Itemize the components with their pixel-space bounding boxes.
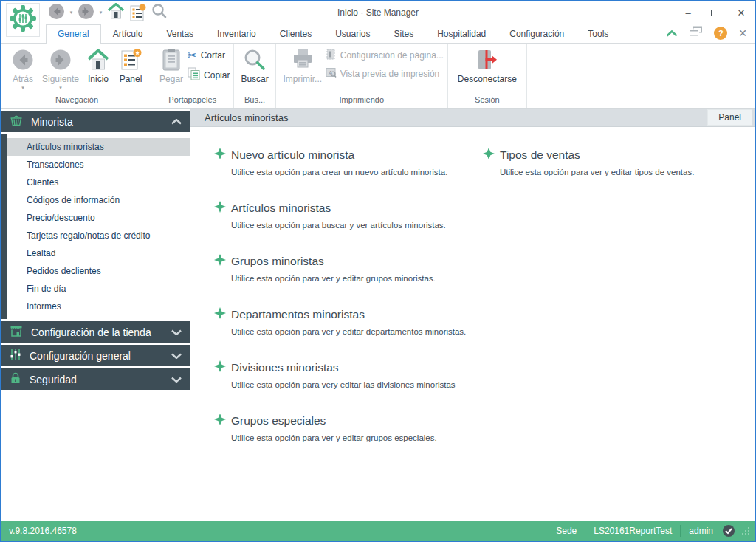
panel-list-icon: [130, 4, 146, 21]
sidebar-item-pedidos-de-clientes[interactable]: Pedidos declientes: [7, 262, 190, 280]
chevron-down-icon[interactable]: [171, 353, 182, 359]
close-button[interactable]: ✕: [728, 1, 755, 24]
content-item-link[interactable]: Grupos minoristas: [214, 254, 483, 269]
sidebar-item-fin-de-dia[interactable]: Fin de día: [7, 280, 190, 298]
magnifier-icon: [243, 47, 267, 73]
content-item-link[interactable]: Artículos minoristas: [214, 201, 483, 216]
tab-sites[interactable]: Sites: [382, 24, 426, 44]
cut-button[interactable]: ✂ Cortar: [188, 49, 230, 62]
status-sede: Sede: [556, 526, 577, 536]
search-button[interactable]: Buscar: [238, 44, 271, 84]
tab-tools[interactable]: Tools: [576, 24, 620, 44]
status-database: LS20161ReportTest: [594, 526, 672, 536]
home-icon: [86, 47, 110, 73]
panel-header: Artículos minoristas Panel: [190, 109, 755, 127]
sidebar-item-articulos-minoristas[interactable]: Artículos minoristas: [7, 138, 190, 156]
print-button[interactable]: Imprimir...: [280, 44, 326, 84]
ribbon-group-imprimiendo: Imprimir... Configuración de página...: [276, 44, 448, 108]
tab-configuracion[interactable]: Configuración: [498, 24, 576, 44]
forward-button[interactable]: [75, 3, 97, 22]
sidebar-section-label: Seguridad: [30, 374, 77, 385]
sidebar-item-precio-descuento[interactable]: Precio/descuento: [7, 209, 190, 227]
back-dropdown-caret[interactable]: ▾: [68, 10, 75, 16]
copy-button[interactable]: Copiar: [188, 67, 230, 83]
panel-quick-button[interactable]: [128, 3, 148, 22]
home-ribbon-button[interactable]: Inicio: [82, 44, 114, 84]
content-item-nuevo-articulo: Nuevo artículo minorista Utilice esta op…: [214, 148, 483, 176]
sidebar-section-label: Minorista: [31, 116, 73, 128]
help-icon[interactable]: ?: [714, 27, 727, 40]
back-dropdown-caret: ▾: [21, 84, 24, 91]
sidebar-item-transacciones[interactable]: Transacciones: [7, 156, 190, 174]
chevron-down-icon[interactable]: [171, 329, 182, 335]
chevron-down-icon[interactable]: [171, 377, 182, 383]
forward-dropdown-caret: ▾: [59, 84, 62, 91]
home-button[interactable]: [105, 3, 127, 22]
group-label-portapapeles: Portapapeles: [155, 95, 230, 108]
app-window: ▾ ▾: [0, 0, 756, 542]
app-logo[interactable]: [6, 3, 40, 37]
quick-access-toolbar: ▾ ▾: [46, 3, 170, 22]
panel-view-button[interactable]: Panel: [707, 109, 752, 126]
content-item-departamentos-minoristas: Departamentos minoristas Utilice esta op…: [214, 307, 483, 336]
minimize-button[interactable]: –: [675, 1, 701, 24]
forward-dropdown-caret[interactable]: ▾: [97, 10, 104, 16]
content-item-divisiones-minoristas: Divisiones minoristas Utilice esta opció…: [214, 360, 483, 389]
maximize-icon: [711, 10, 718, 16]
sidebar-item-informes[interactable]: Informes: [7, 298, 190, 315]
disconnect-button[interactable]: Desconectarse: [455, 44, 520, 84]
lock-icon: [10, 372, 21, 386]
page-setup-button[interactable]: Configuración de página...: [326, 49, 444, 62]
print-preview-button[interactable]: A Vista previa de impresión: [326, 67, 444, 80]
content-item-link[interactable]: Nuevo artículo minorista: [214, 148, 483, 162]
panel-ribbon-button[interactable]: Panel: [114, 44, 147, 84]
content-item-description: Utilice esta opción para crear un nuevo …: [231, 168, 483, 176]
sidebar-item-codigos-de-informacion[interactable]: Códigos de información: [7, 191, 190, 209]
content-item-description: Utilice esta opción para buscar y ver ar…: [231, 221, 483, 230]
content-item-link[interactable]: Divisiones minoristas: [214, 360, 483, 375]
status-right: Sede LS20161ReportTest admin: [556, 524, 750, 538]
content-item-grupos-minoristas: Grupos minoristas Utilice esta opción pa…: [214, 254, 483, 283]
collapse-ribbon-icon[interactable]: [666, 27, 678, 40]
group-label-buscar: Bus...: [238, 95, 271, 108]
panel-title: Artículos minoristas: [205, 112, 288, 123]
logout-icon: [475, 47, 499, 73]
search-quick-button[interactable]: [149, 3, 170, 22]
diamond-icon: [214, 360, 226, 375]
sidebar-item-clientes[interactable]: Clientes: [7, 174, 190, 191]
tab-usuarios[interactable]: Usuarios: [323, 24, 382, 44]
group-label-navegacion: Navegación: [7, 95, 147, 108]
forward-icon: [78, 3, 94, 23]
paste-button[interactable]: Pegar: [155, 44, 188, 84]
group-label-imprimiendo: Imprimiendo: [280, 95, 444, 108]
back-ribbon-button[interactable]: Atrás ▾: [7, 44, 39, 91]
sidebar-item-lealtad[interactable]: Lealtad: [7, 244, 190, 262]
sidebar-section-seguridad[interactable]: Seguridad: [1, 368, 190, 390]
content-item-description: Utilice esta opción para very editar las…: [231, 380, 483, 389]
resize-grip[interactable]: [741, 526, 750, 538]
content-item-grupos-especiales: Grupos especiales Utilice esta opción pa…: [214, 414, 483, 442]
version-label: v.9.8.2016.46578: [9, 526, 77, 536]
sidebar-item-tarjetas-regalo[interactable]: Tarjetas regalo/notas de crédito: [7, 227, 190, 244]
sidebar-section-configuracion-tienda[interactable]: Configuración de la tienda: [1, 321, 190, 343]
forward-ribbon-button[interactable]: Siguiente ▾: [39, 44, 82, 91]
sidebar-section-minorista[interactable]: Minorista: [1, 111, 190, 132]
content-item-link[interactable]: Grupos especiales: [214, 414, 483, 428]
close-panel-icon[interactable]: ✕: [738, 27, 747, 39]
connection-check-icon[interactable]: [722, 524, 735, 538]
tab-ventas[interactable]: Ventas: [154, 24, 205, 44]
tab-general[interactable]: General: [46, 24, 101, 44]
tab-inventario[interactable]: Inventario: [205, 24, 268, 44]
tab-hospitalidad[interactable]: Hospitalidad: [425, 24, 498, 44]
gear-sliders-logo-icon: [8, 4, 38, 36]
tab-articulo[interactable]: Artículo: [101, 24, 155, 44]
tab-clientes[interactable]: Clientes: [268, 24, 323, 44]
content-item-link[interactable]: Tipos de ventas: [483, 148, 755, 162]
diamond-icon: [214, 414, 226, 428]
cascade-windows-icon[interactable]: [689, 26, 703, 40]
back-button[interactable]: [46, 3, 67, 22]
sidebar-section-configuracion-general[interactable]: Configuración general: [1, 345, 190, 366]
content-item-link[interactable]: Departamentos minoristas: [214, 307, 483, 322]
maximize-button[interactable]: [701, 1, 728, 24]
chevron-up-icon[interactable]: [171, 119, 182, 125]
